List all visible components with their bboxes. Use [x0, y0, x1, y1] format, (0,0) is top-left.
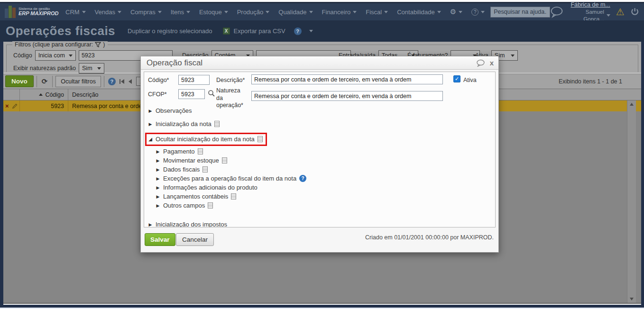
- form-icon[interactable]: [198, 148, 203, 154]
- dialog-footer: Salvar Cancelar Criado em 01/01/2001 00:…: [141, 228, 498, 252]
- cfop-input[interactable]: [178, 89, 205, 99]
- first-page-icon[interactable]: [120, 79, 124, 84]
- chevron-down-icon: [353, 11, 357, 13]
- codigo-column-header[interactable]: Código: [20, 89, 68, 100]
- ativa-checkbox[interactable]: ✓: [453, 75, 460, 82]
- refresh-icon[interactable]: ⟳: [40, 77, 50, 86]
- chat-icon[interactable]: [550, 5, 563, 18]
- save-button[interactable]: Salvar: [145, 233, 175, 246]
- menu-estoque[interactable]: Estoque: [199, 9, 228, 16]
- chevron-down-icon: [481, 11, 485, 13]
- help-menu[interactable]: ?: [471, 9, 485, 16]
- form-icon[interactable]: [258, 136, 263, 142]
- company-link[interactable]: Fábrica de m...: [569, 1, 610, 9]
- gear-icon: ⚙: [450, 8, 456, 16]
- codigo-filter-label: Código: [13, 52, 32, 59]
- section-inicializacao-impostos[interactable]: Inicialização dos impostos: [148, 220, 491, 227]
- menu-compras[interactable]: Compras: [130, 9, 162, 16]
- logo-title: ERP MAXIPROD: [18, 11, 59, 17]
- settings-menu[interactable]: ⚙: [450, 8, 462, 16]
- form-icon[interactable]: [231, 193, 236, 200]
- menu-contabilidade[interactable]: Contabilidade: [397, 9, 441, 16]
- dialog-header[interactable]: Operação fiscal x: [141, 56, 498, 70]
- descricao-label: Descrição*: [216, 77, 245, 83]
- cancel-button[interactable]: Cancelar: [176, 233, 214, 246]
- expand-arrow-icon: [156, 194, 160, 199]
- section-inicializacao-da-nota[interactable]: Inicialização da nota: [148, 119, 491, 128]
- form-icon[interactable]: [208, 202, 213, 209]
- menu-producao[interactable]: Produção: [237, 9, 270, 16]
- natureza-input[interactable]: [251, 91, 443, 101]
- search-icon[interactable]: [208, 90, 215, 97]
- descricao-input[interactable]: [251, 74, 443, 84]
- erp-screen: Sistema de gestão ERP MAXIPROD CRM Venda…: [0, 0, 644, 309]
- menu-vendas[interactable]: Vendas: [95, 9, 121, 16]
- menu-fiscal[interactable]: Fiscal: [366, 9, 388, 16]
- operacao-fiscal-dialog: Operação fiscal x Código* Descrição* ✓ A…: [140, 56, 499, 253]
- scroll-down-icon[interactable]: [630, 298, 634, 300]
- codigo-label: Código*: [148, 77, 169, 83]
- chevron-down-icon: [266, 11, 269, 13]
- new-button[interactable]: Novo: [5, 75, 34, 87]
- separator: [104, 76, 104, 87]
- page-title: Operações fiscais: [6, 24, 115, 38]
- section-lancamentos-contabeis[interactable]: Lançamentos contábeis: [156, 192, 491, 201]
- section-outros-campos[interactable]: Outros campos: [156, 201, 491, 210]
- warning-icon[interactable]: ⚠: [616, 6, 625, 18]
- menu-financeiro[interactable]: Financeiro: [322, 9, 357, 16]
- chevron-down-icon: [118, 11, 121, 13]
- help-icon[interactable]: ?: [299, 175, 306, 182]
- left-edge: [0, 20, 3, 308]
- section-dados-fiscais[interactable]: Dados fiscais: [156, 165, 491, 174]
- chevron-down-icon[interactable]: [309, 30, 313, 32]
- hide-filters-button[interactable]: Ocultar filtros: [55, 76, 101, 87]
- account-menu[interactable]: Fábrica de m... Samuel Gonça...: [569, 1, 610, 22]
- top-navbar: Sistema de gestão ERP MAXIPROD CRM Venda…: [0, 2, 644, 20]
- chevron-down-icon: [437, 11, 441, 13]
- vertical-scrollbar[interactable]: [627, 100, 636, 303]
- codigo-input[interactable]: [178, 75, 210, 85]
- help-icon[interactable]: ?: [294, 27, 302, 35]
- form-icon[interactable]: [222, 157, 227, 164]
- comment-icon[interactable]: [476, 59, 485, 67]
- section-ocultar-inicializacao-item[interactable]: Ocultar inicialização do item da nota: [148, 135, 263, 144]
- icons-column-header: [3, 89, 20, 100]
- help-icon[interactable]: ?: [108, 78, 116, 85]
- menu-qualidade[interactable]: Qualidade: [278, 9, 313, 16]
- page-titlebar: Operações fiscais Duplicar o registro se…: [0, 20, 644, 42]
- funnel-icon: [95, 42, 101, 48]
- duplicate-record-button[interactable]: Duplicar o registro selecionado: [128, 27, 212, 35]
- expand-arrow-icon: [156, 176, 160, 181]
- menu-itens[interactable]: Itens: [171, 9, 190, 16]
- form-icon[interactable]: [214, 121, 220, 127]
- delete-icon[interactable]: ×: [5, 103, 9, 109]
- prev-page-icon[interactable]: [129, 79, 132, 84]
- section-informacoes-adicionais[interactable]: Informações adicionais do produto: [156, 183, 491, 192]
- chevron-down-icon: [607, 14, 610, 17]
- section-observacoes[interactable]: Observações: [148, 106, 491, 115]
- main-menu: CRM Vendas Compras Itens Estoque Produçã…: [65, 8, 485, 16]
- app-logo[interactable]: Sistema de gestão ERP MAXIPROD: [5, 6, 61, 18]
- expand-arrow-icon: [148, 122, 153, 127]
- help-search-input[interactable]: [490, 7, 550, 18]
- exibir-naturezas-select[interactable]: Sim: [79, 63, 104, 73]
- collapse-arrow-icon: [148, 136, 153, 142]
- section-pagamento[interactable]: Pagamento: [156, 147, 491, 156]
- chevron-down-icon: [309, 11, 313, 13]
- edit-pencil-icon[interactable]: [12, 103, 18, 109]
- power-icon[interactable]: [630, 6, 639, 18]
- menu-crm[interactable]: CRM: [65, 9, 86, 16]
- chevron-down-icon: [224, 11, 228, 13]
- export-csv-button[interactable]: Exportar para CSV: [234, 27, 285, 35]
- grid-bottom-border: [3, 303, 641, 304]
- scroll-up-icon[interactable]: [630, 103, 634, 106]
- codigo-operator-select[interactable]: Inicia com: [35, 50, 76, 61]
- expand-arrow-icon: [156, 158, 160, 163]
- dialog-form-panel: Código* Descrição* ✓ Ativa CFOP* Naturez…: [144, 72, 496, 227]
- section-excecoes[interactable]: Exceções para a operação fiscal do item …: [156, 174, 491, 183]
- form-icon[interactable]: [202, 166, 208, 173]
- filters-legend[interactable]: Filtros (clique para configurar: ): [12, 41, 108, 48]
- close-icon[interactable]: x: [490, 59, 494, 66]
- section-movimentar-estoque[interactable]: Movimentar estoque: [156, 156, 491, 165]
- chevron-down-icon: [82, 11, 86, 13]
